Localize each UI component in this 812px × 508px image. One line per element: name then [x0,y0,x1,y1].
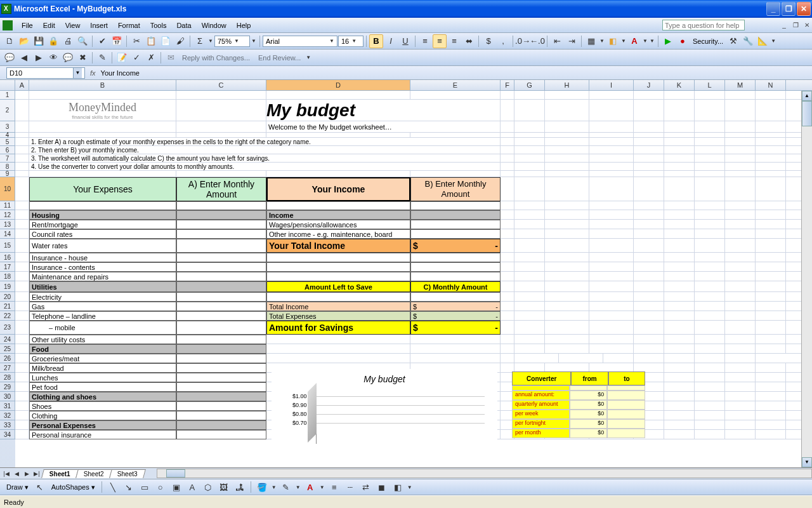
sheet-tab-2[interactable]: Sheet2 [75,469,112,478]
row-clothing[interactable]: Clothing [29,411,176,420]
row-other-income[interactable]: Other income - e.g. maintenance, board [266,229,410,239]
shadow-button[interactable]: ◼ [375,480,389,494]
row-header-17[interactable]: 17 [0,262,15,272]
vertical-scrollbar[interactable]: ▲ ▼ [801,91,812,467]
menu-edit[interactable]: Edit [38,20,60,30]
arrow-style-button[interactable]: ⇄ [359,480,373,494]
macro-record-button[interactable]: ● [676,34,690,48]
row-header-29[interactable]: 29 [0,382,15,392]
instruction-2[interactable]: 2. Then enter B) your monthly income. [29,146,501,154]
row-header-26[interactable]: 26 [0,354,15,363]
row-header-10[interactable]: 10 [0,177,15,201]
welcome-text[interactable]: Welcome to the My budget worksheet… [266,121,501,133]
column-headers[interactable]: ABCDEFGHIJKLMN [0,80,812,91]
header-monthly-b[interactable]: B) Enter Monthly Amount [410,177,501,201]
new-button[interactable]: 🗋 [3,34,16,48]
oval-button[interactable]: ○ [154,480,167,494]
3d-button[interactable]: ◧ [391,480,405,494]
delete-comment-button[interactable]: ✖ [75,51,89,65]
row-electricity[interactable]: Electricity [29,292,176,302]
doc-restore-button[interactable]: ❐ [790,21,801,30]
fx-button[interactable]: fx [90,69,96,77]
column-header-B[interactable]: B [29,80,176,90]
row-header-31[interactable]: 31 [0,401,15,411]
row-header-28[interactable]: 28 [0,373,15,382]
column-header-I[interactable]: I [589,80,634,90]
paste-button[interactable]: 📄 [159,34,173,48]
sheet-tab-3[interactable]: Sheet3 [109,469,145,478]
cat-food[interactable]: Food [29,344,176,354]
macro-play-button[interactable]: ▶ [661,34,675,48]
cat-income[interactable]: Income [266,210,410,220]
horizontal-scrollbar[interactable] [157,469,812,478]
format-painter-button[interactable]: 🖌 [173,34,187,48]
row-header-18[interactable]: 18 [0,272,15,281]
autoshapes-menu[interactable]: AutoShapes ▾ [49,483,98,491]
wordart-button[interactable]: A [185,480,199,494]
row-total-income-sm[interactable]: Total Income [266,302,410,311]
row-header-7[interactable]: 7 [0,154,15,163]
currency-button[interactable]: $ [481,34,495,48]
row-header-25[interactable]: 25 [0,344,15,354]
spelling-button[interactable]: ✔ [95,34,109,48]
font-color-button[interactable]: A [627,34,641,48]
bold-button[interactable]: B [369,34,383,48]
row-header-13[interactable]: 13 [0,220,15,229]
help-search[interactable] [662,20,745,30]
borders-button[interactable]: ▦ [584,34,598,48]
row-lunches[interactable]: Lunches [29,373,176,382]
row-headers[interactable]: 1234567891011121314151617181920212223242… [0,91,15,467]
row-header-4[interactable]: 4 [0,133,15,138]
row-header-6[interactable]: 6 [0,146,15,154]
scroll-up-button[interactable]: ▲ [802,91,812,101]
copy-button[interactable]: 📋 [144,34,158,48]
menu-insert[interactable]: Insert [85,20,113,30]
menu-format[interactable]: Format [113,20,145,30]
row-total-expenses[interactable]: Total Expenses [266,311,410,321]
row-shoes[interactable]: Shoes [29,401,176,411]
column-header-L[interactable]: L [695,80,725,90]
decrease-decimal-button[interactable]: ←.0 [530,34,544,48]
vba-button[interactable]: ⚒ [726,34,740,48]
permission-button[interactable]: 🔒 [46,34,60,48]
instruction-4[interactable]: 4. Use the converter to convert your dol… [29,163,501,171]
security-button[interactable]: Security... [690,37,726,45]
menu-file[interactable]: File [16,20,38,30]
select-objects-button[interactable]: ↖ [33,480,47,494]
row-amount-savings[interactable]: Amount for Savings [266,321,410,335]
tab-first-button[interactable]: |◀ [1,471,11,477]
textbox-button[interactable]: ▣ [169,480,183,494]
open-button[interactable]: 📂 [17,34,31,48]
row-petfood[interactable]: Pet food [29,382,176,392]
row-header-21[interactable]: 21 [0,302,15,311]
column-header-J[interactable]: J [634,80,664,90]
cat-clothing[interactable]: Clothing and shoes [29,392,176,401]
row-header-14[interactable]: 14 [0,229,15,239]
fill-color-draw-button[interactable]: 🪣 [255,480,269,494]
menu-help[interactable]: Help [232,20,256,30]
row-water[interactable]: Water rates [29,239,176,253]
tab-last-button[interactable]: ▶| [32,471,42,477]
scroll-down-button[interactable]: ▼ [802,457,812,467]
zoom-combo[interactable]: 75%▼ [214,36,250,47]
row-other-util[interactable]: Other utility costs [29,335,176,344]
row-header-9[interactable]: 9 [0,171,15,177]
line-color-button[interactable]: ✎ [279,480,293,494]
instruction-1[interactable]: 1. Enter A) a rough estimate of your mon… [29,138,501,146]
underline-button[interactable]: U [398,34,412,48]
column-header-H[interactable]: H [545,80,589,90]
track-changes-button[interactable]: 📝 [115,51,129,65]
row-header-23[interactable]: 23 [0,321,15,335]
font-color-draw-button[interactable]: A [303,480,317,494]
column-header-F[interactable]: F [501,80,514,90]
row-ins-house[interactable]: Insurance - house [29,253,176,262]
row-wages[interactable]: Wages/pensions/allowances [266,220,410,229]
row-milk[interactable]: Milk/bread [29,363,176,373]
hscroll-thumb[interactable] [166,469,185,478]
fill-color-button[interactable]: ◧ [606,34,620,48]
show-all-comments-button[interactable]: 💬 [61,51,75,65]
instruction-3[interactable]: 3. The worksheet will automatically calc… [29,154,501,163]
column-header-K[interactable]: K [664,80,695,90]
row-header-19[interactable]: 19 [0,281,15,292]
column-header-A[interactable]: A [15,80,29,90]
